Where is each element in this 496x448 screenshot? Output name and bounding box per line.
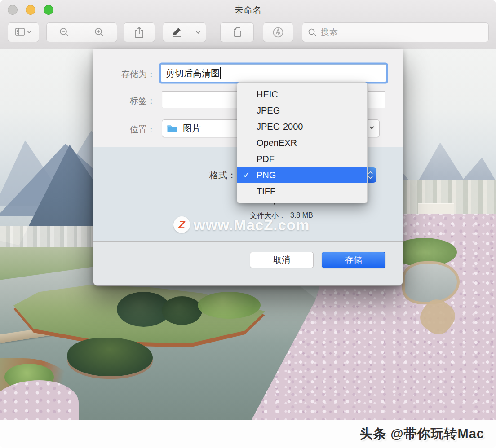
save-as-label: 存储为：: [97, 69, 155, 80]
search-icon: [308, 28, 317, 37]
sidebar-icon: [14, 26, 32, 38]
folder-icon: [167, 124, 178, 133]
menu-item-tiff[interactable]: TIFF: [237, 183, 367, 199]
menu-item-label: HEIC: [257, 89, 278, 100]
preview-window: 未命名: [0, 0, 496, 448]
format-label: 格式：: [179, 169, 236, 181]
zoom-out-button[interactable]: [47, 23, 82, 42]
footer-watermark: 头条 @带你玩转Mac: [359, 425, 484, 443]
menu-item-heic[interactable]: HEIC: [237, 86, 367, 102]
rotate-left-button[interactable]: [220, 22, 254, 42]
window-header: 未命名: [0, 0, 496, 49]
menu-item-jpeg-2000[interactable]: JPEG-2000: [237, 119, 367, 135]
zoom-out-icon: [58, 26, 70, 38]
footer-strip: 头条 @带你玩转Mac: [0, 420, 496, 448]
tree-clump: [67, 338, 153, 376]
cancel-button[interactable]: 取消: [250, 252, 314, 268]
markup-pen-icon: [170, 26, 183, 39]
menu-item-label: OpenEXR: [257, 138, 297, 148]
search-field[interactable]: [302, 22, 489, 42]
checkmark-icon: ✓: [243, 170, 254, 180]
menu-item-jpeg[interactable]: JPEG: [237, 102, 367, 119]
tags-label: 标签：: [97, 95, 155, 107]
filename-field[interactable]: 剪切后高清图: [161, 64, 386, 82]
save-button[interactable]: 存储: [322, 252, 385, 268]
rotate-left-icon: [230, 26, 244, 39]
divider: [93, 241, 403, 242]
filename-text: 剪切后高清图: [166, 67, 220, 79]
text-caret: [220, 67, 221, 79]
where-label: 位置：: [97, 124, 155, 136]
watermark-text: www.MacZ.com: [194, 217, 310, 234]
markup-button[interactable]: [163, 23, 190, 42]
sidebar-toggle-button[interactable]: [8, 22, 39, 42]
format-menu: HEICJPEGJPEG-2000OpenEXRPDF✓PNGTIFF: [237, 82, 368, 203]
green-trees: [198, 292, 261, 319]
chevron-down-icon: [195, 31, 201, 34]
watermark-logo: Z: [173, 216, 190, 233]
share-icon: [133, 26, 145, 39]
menu-item-pdf[interactable]: PDF: [237, 151, 367, 167]
markup-dropdown-button[interactable]: [190, 23, 206, 42]
menu-item-png[interactable]: ✓PNG: [237, 167, 367, 183]
chevron-down-icon: [369, 126, 375, 130]
share-button[interactable]: [124, 22, 155, 42]
window-title: 未命名: [0, 4, 496, 16]
search-input[interactable]: [321, 27, 483, 37]
menu-item-label: TIFF: [257, 186, 275, 197]
format-popup-button[interactable]: [367, 167, 376, 183]
menu-item-openexr[interactable]: OpenEXR: [237, 135, 367, 151]
zoom-button-group: [46, 22, 117, 42]
sketch-button[interactable]: [263, 22, 293, 42]
where-value: 图片: [183, 123, 201, 135]
markup-button-group: [163, 22, 206, 42]
menu-item-label: PDF: [257, 154, 275, 164]
menu-item-label: PNG: [257, 170, 276, 180]
zoom-in-icon: [93, 26, 105, 38]
dark-trees: [162, 296, 202, 325]
zoom-in-button[interactable]: [82, 23, 117, 42]
menu-item-label: JPEG: [257, 105, 280, 116]
pen-circle-icon: [271, 26, 285, 39]
menu-item-label: JPEG-2000: [257, 122, 303, 132]
